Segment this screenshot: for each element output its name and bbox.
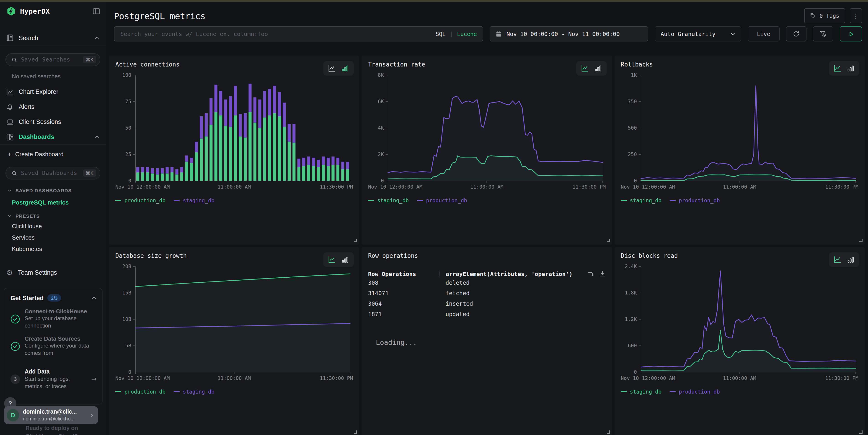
legend-item[interactable]: production_db: [670, 389, 720, 395]
sidebar-item-search[interactable]: Search: [0, 30, 106, 46]
panel-resize-handle[interactable]: [859, 430, 863, 434]
saved-dashboards-placeholder: Saved Dashboards: [21, 170, 77, 176]
svg-text:500: 500: [628, 125, 637, 131]
saved-searches-placeholder: Saved Searches: [21, 57, 70, 63]
legend-item[interactable]: staging_db: [621, 389, 661, 395]
legend-label: production_db: [124, 197, 165, 204]
legend-item[interactable]: production_db: [670, 197, 720, 204]
chart-canvas[interactable]: 05B10B15B20B: [115, 262, 353, 374]
legend-label: staging_db: [183, 197, 215, 204]
refresh-button[interactable]: [786, 26, 806, 41]
date-range-input[interactable]: Nov 10 00:00:00 - Nov 11 00:00:00: [490, 26, 648, 41]
live-button[interactable]: Live: [748, 26, 780, 41]
granularity-select[interactable]: Auto Granularity: [655, 26, 741, 41]
search-icon: [11, 57, 17, 63]
sql-mode-toggle[interactable]: SQL: [436, 31, 445, 37]
legend-item[interactable]: production_db: [115, 197, 165, 204]
chevron-up-icon[interactable]: [94, 134, 99, 139]
legend-swatch: [115, 200, 121, 201]
sidebar-item-team-settings[interactable]: ⚙ Team Settings: [0, 268, 106, 277]
tags-label: 0 Tags: [819, 12, 839, 19]
legend-item[interactable]: staging_db: [621, 197, 661, 204]
filter-button[interactable]: [813, 26, 833, 41]
legend-item[interactable]: production_db: [115, 389, 165, 395]
panel-resize-handle[interactable]: [354, 430, 357, 434]
chevron-up-icon[interactable]: [94, 35, 99, 40]
panel-title: Row operations: [368, 247, 606, 259]
column-divider[interactable]: [439, 270, 440, 277]
chart-canvas[interactable]: 02K4K6K8K: [368, 71, 606, 183]
svg-text:0: 0: [634, 178, 637, 183]
chart-area: 0255075100: [115, 71, 353, 183]
panel-resize-handle[interactable]: [354, 239, 357, 242]
cell-operation: deleted: [445, 279, 470, 286]
svg-text:20B: 20B: [122, 264, 131, 269]
svg-text:2.4K: 2.4K: [625, 264, 637, 269]
svg-text:0: 0: [128, 369, 131, 374]
check-circle-icon: [10, 341, 20, 351]
chart-canvas[interactable]: 02505007501K: [621, 71, 858, 183]
event-search-input[interactable]: Search your events w/ Lucene ex. column:…: [114, 26, 483, 41]
more-menu-button[interactable]: ⋮: [850, 8, 862, 23]
cell-count: 314071: [368, 290, 445, 297]
chart-canvas[interactable]: 0255075100: [115, 71, 353, 183]
dashboard-grid: Active connections0255075100Nov 10 12:00…: [109, 56, 865, 435]
lucene-mode-toggle[interactable]: Lucene: [457, 31, 477, 37]
sidebar-item-services[interactable]: Services: [12, 234, 106, 241]
legend-item[interactable]: staging_db: [174, 389, 215, 395]
panel-resize-handle[interactable]: [859, 239, 863, 242]
keyboard-shortcut-badge: ⌘K: [83, 56, 96, 63]
saved-dashboards-input[interactable]: Saved Dashboards ⌘K: [5, 167, 100, 179]
panel-resize-handle[interactable]: [607, 239, 610, 242]
legend-item[interactable]: production_db: [417, 197, 467, 204]
sidebar-item-clickhouse[interactable]: ClickHouse: [12, 223, 106, 230]
presets-section-header[interactable]: PRESETS: [7, 213, 106, 219]
saved-searches-input[interactable]: Saved Searches ⌘K: [5, 53, 100, 66]
panel-resize-handle[interactable]: [607, 430, 610, 434]
svg-text:75: 75: [125, 99, 131, 104]
sidebar-item-client-sessions[interactable]: Client Sessions: [0, 114, 106, 129]
create-dashboard-button[interactable]: + Create Dashboard: [0, 145, 106, 163]
user-account-chip[interactable]: D dominic.tran@clic... dominic.tran@clic…: [4, 406, 98, 424]
sort-icon[interactable]: [587, 270, 594, 277]
legend-item[interactable]: staging_db: [174, 197, 215, 204]
check-circle-icon: [10, 314, 20, 324]
collapse-sidebar-icon[interactable]: [93, 7, 100, 15]
sidebar-item-chart-explorer[interactable]: Chart Explorer: [0, 84, 106, 99]
search-placeholder: Search your events w/ Lucene ex. column:…: [120, 31, 268, 37]
chevron-up-icon[interactable]: [91, 295, 97, 301]
cell-operation: updated: [445, 311, 470, 317]
x-axis-label: Nov 10 12:00:00 AM: [621, 375, 675, 381]
table-row[interactable]: 1871updated: [368, 309, 606, 319]
get-started-card: Get Started 2/3 Connect to ClickHouse Se…: [4, 288, 102, 404]
divider: |: [450, 31, 453, 37]
saved-dashboards-section-header[interactable]: SAVED DASHBOARDS: [7, 188, 106, 193]
column-header[interactable]: Row Operations: [368, 270, 439, 277]
svg-text:6K: 6K: [378, 99, 384, 104]
sidebar-item-postgresql-metrics[interactable]: PostgreSQL metrics: [12, 199, 106, 206]
panel-transaction-rate: Transaction rate02K4K6K8KNov 10 12:00:00…: [362, 56, 612, 244]
sidebar-item-kubernetes[interactable]: Kubernetes: [12, 245, 106, 253]
legend-label: production_db: [426, 197, 467, 204]
panel-title: Disc blocks read: [621, 247, 859, 259]
svg-text:1.8K: 1.8K: [625, 290, 637, 296]
table-row[interactable]: 308deleted: [368, 277, 606, 288]
column-header[interactable]: arrayElement(Attributes, 'operation'): [445, 270, 588, 277]
table-row[interactable]: 314071fetched: [368, 288, 606, 298]
get-started-step-connect[interactable]: Connect to ClickHouse Set up your databa…: [4, 308, 102, 330]
get-started-step-add-data[interactable]: 3 Add Data Start sending logs, metrics, …: [4, 368, 102, 390]
x-axis-labels: Nov 10 12:00:00 AM11:00:00 AM11:30:00 PM: [621, 183, 859, 191]
sidebar-item-alerts[interactable]: Alerts: [0, 99, 106, 114]
sidebar-item-dashboards[interactable]: Dashboards: [0, 129, 106, 144]
chart-canvas[interactable]: 06001.2K1.8K2.4K: [621, 262, 858, 374]
download-icon[interactable]: [599, 270, 606, 277]
get-started-step-sources[interactable]: Create Data Sources Configure where your…: [4, 335, 102, 357]
cell-count: 308: [368, 279, 445, 286]
legend-label: staging_db: [630, 389, 661, 395]
legend-item[interactable]: staging_db: [368, 197, 409, 204]
tags-button[interactable]: 0 Tags: [804, 8, 845, 23]
legend-label: production_db: [124, 389, 165, 395]
table-row[interactable]: 3064inserted: [368, 298, 606, 309]
legend-swatch: [417, 200, 423, 201]
run-query-button[interactable]: [840, 26, 862, 41]
